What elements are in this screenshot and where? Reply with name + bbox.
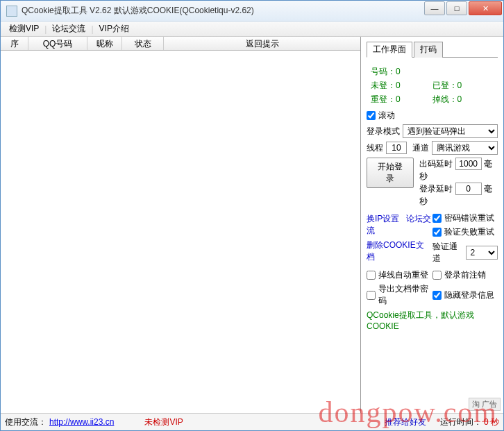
recommend-link[interactable]: 推荐给好友 — [385, 416, 426, 428]
col-qq[interactable]: QQ号码 — [28, 37, 87, 50]
col-status[interactable]: 状态 — [122, 37, 164, 50]
menu-vip-intro[interactable]: VIP介绍 — [94, 22, 135, 36]
side-panel: 工作界面 打码 号码：0 未登：0 已登：0 重登：0 掉线：0 滚动 登录 — [361, 37, 503, 413]
window-controls: — □ ✕ — [423, 1, 502, 17]
scroll-label: 滚动 — [378, 110, 395, 121]
export-pwd-checkbox[interactable] — [367, 291, 376, 300]
col-msg[interactable]: 返回提示 — [164, 37, 360, 50]
statusbar: 使用交流： http://www.ii23.cn 未检测VIP 推荐给好友 运行… — [1, 414, 503, 430]
app-window: QCookie提取工具 V2.62 默认游戏COOKIE(QCookietiqu… — [0, 0, 504, 431]
runtime: 运行时间： 0 秒 — [440, 416, 499, 428]
minimize-button[interactable]: — — [424, 1, 445, 15]
stats-block: 号码：0 未登：0 已登：0 重登：0 掉线：0 — [367, 63, 498, 108]
tab-dama[interactable]: 打码 — [414, 42, 443, 58]
table-body[interactable] — [1, 51, 360, 413]
verify-channel-select[interactable]: 2 — [466, 246, 498, 260]
login-mode-label: 登录模式 — [367, 126, 400, 137]
channel-label: 通道 — [412, 142, 429, 154]
use-label: 使用交流： — [5, 416, 47, 428]
pwd-retry-checkbox[interactable] — [432, 214, 442, 223]
thread-input[interactable] — [386, 142, 407, 154]
homepage-link[interactable]: http://www.ii23.cn — [49, 417, 114, 427]
tab-workspace[interactable]: 工作界面 — [367, 42, 412, 58]
thread-label: 线程 — [367, 142, 383, 154]
ad-badge[interactable]: 淘 广告 — [469, 398, 501, 411]
table-header: 序 QQ号码 昵称 状态 返回提示 — [1, 37, 360, 51]
menubar: 检测VIP | 论坛交流 | VIP介绍 — [1, 22, 503, 37]
login-delay-label: 登录延时 — [419, 184, 453, 194]
close-button[interactable]: ✕ — [469, 1, 502, 15]
footer-note: QCookie提取工具，默认游戏COOKIE — [367, 310, 498, 331]
hide-login-checkbox[interactable] — [432, 291, 442, 300]
col-seq[interactable]: 序 — [1, 37, 28, 50]
side-tabs: 工作界面 打码 — [367, 41, 498, 58]
ip-settings-link[interactable]: 换IP设置 — [367, 214, 399, 223]
delete-cookie-link[interactable]: 删除COOKIE文档 — [367, 240, 424, 262]
login-mode-select[interactable]: 遇到验证码弹出 — [403, 124, 498, 138]
out-delay-input[interactable] — [455, 158, 482, 170]
maximize-button[interactable]: □ — [446, 1, 467, 15]
col-nick[interactable]: 昵称 — [87, 37, 122, 50]
verify-retry-checkbox[interactable] — [432, 228, 442, 237]
app-icon — [6, 6, 17, 17]
logout-before-checkbox[interactable] — [432, 271, 442, 280]
titlebar: QCookie提取工具 V2.62 默认游戏COOKIE(QCookietiqu… — [1, 1, 503, 22]
channel-select[interactable]: 腾讯游戏 — [432, 141, 498, 155]
window-title: QCookie提取工具 V2.62 默认游戏COOKIE(QCookietiqu… — [22, 5, 423, 17]
content-area: 序 QQ号码 昵称 状态 返回提示 工作界面 打码 号码：0 未登：0 已登：0 — [1, 37, 503, 414]
menu-detect-vip[interactable]: 检测VIP — [3, 22, 44, 36]
login-delay-input[interactable] — [455, 183, 482, 195]
vip-status: 未检测VIP — [144, 416, 183, 428]
start-login-button[interactable]: 开始登录 — [367, 158, 414, 188]
auto-relogin-checkbox[interactable] — [367, 271, 376, 280]
menu-forum[interactable]: 论坛交流 — [47, 22, 91, 36]
table-area: 序 QQ号码 昵称 状态 返回提示 — [1, 37, 361, 413]
out-delay-label: 出码延时 — [419, 159, 453, 169]
scroll-checkbox[interactable] — [367, 111, 376, 120]
